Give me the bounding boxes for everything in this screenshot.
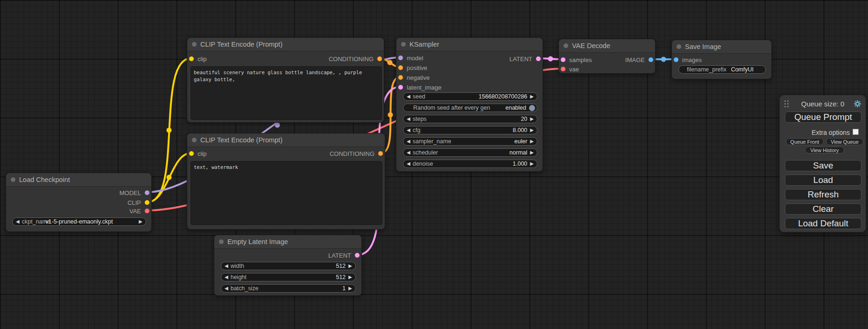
latent-slot-dot[interactable]: [536, 56, 541, 61]
node-header[interactable]: VAE Decode: [559, 39, 655, 53]
decrement-arrow-icon[interactable]: ◀: [407, 161, 410, 166]
input-slot-clip[interactable]: clip: [189, 54, 207, 63]
input-slot-vae[interactable]: vae: [561, 64, 579, 74]
image-slot-dot[interactable]: [649, 57, 653, 62]
output-slot-vae[interactable]: VAE: [129, 206, 149, 216]
increment-arrow-icon[interactable]: ▶: [530, 128, 534, 133]
increment-arrow-icon[interactable]: ▶: [530, 161, 534, 166]
input-slot-negative[interactable]: negative: [398, 73, 430, 82]
toggle-on-icon[interactable]: [529, 105, 535, 111]
collapse-dot-icon[interactable]: [219, 239, 224, 244]
input-slot-clip[interactable]: clip: [189, 149, 207, 158]
view-queue-button[interactable]: View Queue: [826, 138, 863, 145]
conditioning-slot-dot[interactable]: [398, 75, 403, 80]
increment-arrow-icon[interactable]: ▶: [530, 117, 534, 121]
decrement-arrow-icon[interactable]: ◀: [225, 264, 228, 268]
load-button[interactable]: Load: [785, 175, 861, 186]
collapse-dot-icon[interactable]: [192, 42, 197, 47]
filename-prefix-text-widget[interactable]: filename_prefix ComfyUI: [678, 65, 766, 74]
output-slot-latent[interactable]: LATENT: [509, 54, 541, 63]
output-slot-latent[interactable]: LATENT: [328, 251, 360, 260]
cfg-number-widget[interactable]: ◀ cfg 8.000 ▶: [403, 126, 537, 134]
conditioning-slot-dot[interactable]: [377, 56, 382, 61]
comfyui-canvas[interactable]: { "colors": { "model": "#B39DDB", "clip"…: [0, 0, 868, 329]
decrement-arrow-icon[interactable]: ◀: [407, 128, 410, 133]
collapse-dot-icon[interactable]: [401, 42, 406, 47]
input-slot-samples[interactable]: samples: [561, 55, 592, 64]
batch-size-number-widget[interactable]: ◀ batch_size 1 ▶: [221, 284, 356, 293]
clip-slot-dot[interactable]: [189, 56, 194, 61]
model-slot-dot[interactable]: [398, 56, 403, 60]
increment-arrow-icon[interactable]: ▶: [348, 286, 352, 291]
output-slot-conditioning[interactable]: CONDITIONING: [329, 54, 382, 63]
vae-decode-node[interactable]: VAE Decode samples vae IMAGE: [558, 39, 656, 74]
seed-number-widget[interactable]: ◀ seed 156680208700286 ▶: [403, 92, 537, 101]
input-slot-model[interactable]: model: [398, 53, 423, 63]
output-slot-image[interactable]: IMAGE: [625, 55, 653, 64]
sampler-name-combo-widget[interactable]: ◀ sampler_name euler ▶: [403, 137, 537, 146]
increment-arrow-icon[interactable]: ▶: [348, 275, 352, 280]
random-seed-toggle-widget[interactable]: Random seed after every gen enabled: [403, 104, 537, 112]
width-number-widget[interactable]: ◀ width 512 ▶: [221, 262, 356, 270]
decrement-arrow-icon[interactable]: ◀: [407, 150, 410, 155]
decrement-arrow-icon[interactable]: ◀: [225, 286, 228, 291]
node-header[interactable]: Empty Latent Image: [214, 235, 361, 249]
ckpt-name-combo-widget[interactable]: ◀ ckpt_name v1-5-pruned-emaonly.ckpt ▶: [12, 217, 146, 226]
input-slot-positive[interactable]: positive: [398, 63, 427, 72]
queue-menu-panel[interactable]: Queue size: 0 Queue Prompt Extra options…: [779, 95, 866, 232]
node-header[interactable]: KSampler: [396, 38, 543, 51]
increment-arrow-icon[interactable]: ▶: [530, 139, 534, 144]
clear-button[interactable]: Clear: [785, 203, 861, 215]
decrement-arrow-icon[interactable]: ◀: [225, 275, 228, 280]
conditioning-slot-dot[interactable]: [398, 65, 403, 70]
extra-options-checkbox[interactable]: [853, 129, 859, 135]
denoise-number-widget[interactable]: ◀ denoise 1.000 ▶: [403, 160, 537, 168]
model-slot-dot[interactable]: [145, 190, 149, 195]
output-slot-clip[interactable]: CLIP: [127, 198, 149, 207]
collapse-dot-icon[interactable]: [677, 44, 681, 49]
vae-slot-dot[interactable]: [145, 209, 149, 213]
output-slot-model[interactable]: MODEL: [120, 188, 149, 197]
refresh-button[interactable]: Refresh: [785, 189, 861, 200]
load-checkpoint-node[interactable]: Load Checkpoint MODEL CLIP VAE ◀ ckpt_na…: [6, 173, 152, 232]
negative-prompt-textarea[interactable]: text, watermark: [191, 161, 382, 225]
collapse-dot-icon[interactable]: [192, 138, 197, 142]
positive-prompt-textarea[interactable]: beautiful scenery nature glass bottle la…: [191, 66, 382, 120]
clip-slot-dot[interactable]: [189, 151, 194, 156]
clip-slot-dot[interactable]: [145, 200, 149, 205]
output-slot-conditioning[interactable]: CONDITIONING: [330, 149, 383, 158]
input-slot-latent-image[interactable]: latent_image: [398, 83, 441, 92]
vae-slot-dot[interactable]: [561, 67, 565, 71]
increment-arrow-icon[interactable]: ▶: [530, 150, 534, 155]
decrement-arrow-icon[interactable]: ◀: [407, 117, 410, 121]
collapse-dot-icon[interactable]: [564, 43, 568, 48]
node-header[interactable]: Load Checkpoint: [6, 173, 151, 187]
clip-text-encode-negative-node[interactable]: CLIP Text Encode (Prompt) clip CONDITION…: [187, 133, 385, 230]
view-history-button[interactable]: View History: [805, 147, 844, 154]
image-slot-dot[interactable]: [674, 57, 678, 62]
latent-slot-dot[interactable]: [398, 85, 403, 90]
latent-slot-dot[interactable]: [561, 57, 565, 62]
node-header[interactable]: CLIP Text Encode (Prompt): [187, 133, 385, 147]
clip-text-encode-positive-node[interactable]: CLIP Text Encode (Prompt) clip CONDITION…: [187, 37, 384, 123]
save-button[interactable]: Save: [785, 160, 861, 171]
decrement-arrow-icon[interactable]: ◀: [407, 139, 410, 144]
increment-arrow-icon[interactable]: ▶: [348, 264, 352, 268]
queue-prompt-button[interactable]: Queue Prompt: [785, 112, 861, 123]
collapse-dot-icon[interactable]: [11, 177, 15, 182]
node-header[interactable]: Save Image: [672, 40, 771, 54]
height-number-widget[interactable]: ◀ height 512 ▶: [221, 273, 356, 281]
decrement-arrow-icon[interactable]: ◀: [407, 94, 410, 99]
save-image-node[interactable]: Save Image images filename_prefix ComfyU…: [671, 40, 772, 79]
scheduler-combo-widget[interactable]: ◀ scheduler normal ▶: [403, 148, 537, 157]
steps-number-widget[interactable]: ◀ steps 20 ▶: [403, 115, 537, 123]
empty-latent-image-node[interactable]: Empty Latent Image LATENT ◀ width 512 ▶ …: [214, 235, 362, 296]
increment-arrow-icon[interactable]: ▶: [530, 94, 534, 99]
conditioning-slot-dot[interactable]: [378, 151, 383, 156]
queue-front-button[interactable]: Queue Front: [786, 138, 824, 145]
latent-slot-dot[interactable]: [355, 253, 360, 258]
load-default-button[interactable]: Load Default: [785, 218, 861, 229]
input-slot-images[interactable]: images: [674, 55, 702, 64]
settings-gear-icon[interactable]: [854, 100, 861, 108]
node-header[interactable]: CLIP Text Encode (Prompt): [187, 38, 384, 51]
